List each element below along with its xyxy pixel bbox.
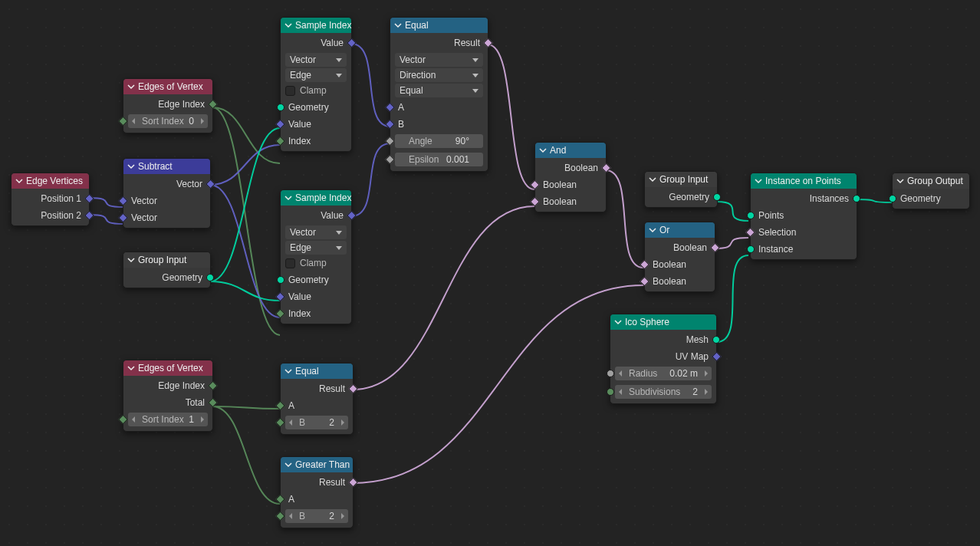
type-dropdown[interactable]: Vector xyxy=(285,53,347,67)
domain-dropdown[interactable]: Edge xyxy=(285,241,347,255)
field-angle[interactable]: Angle90° xyxy=(395,134,483,148)
node-group-output[interactable]: Group Output Geometry xyxy=(892,173,970,209)
node-header[interactable]: Sample Index xyxy=(281,18,351,33)
node-header[interactable]: Equal xyxy=(390,18,488,33)
chevron-down-icon xyxy=(896,176,905,186)
socket-uv-map[interactable]: UV Map xyxy=(610,348,716,365)
node-header[interactable]: Instance on Points xyxy=(751,173,857,189)
node-greater-than[interactable]: Greater Than Result A B2 xyxy=(280,456,354,528)
node-equal-vec[interactable]: Equal Result Vector Direction Equal A B … xyxy=(390,17,488,172)
node-edge-vertices[interactable]: Edge Vertices Position 1 Position 2 xyxy=(11,173,90,226)
socket-vector-in-1[interactable]: Vector xyxy=(123,192,210,209)
socket-boolean-2[interactable]: Boolean xyxy=(535,193,606,210)
socket-geometry[interactable]: Geometry xyxy=(893,190,969,207)
socket-boolean-1[interactable]: Boolean xyxy=(535,176,606,193)
socket-boolean-out[interactable]: Boolean xyxy=(535,160,606,176)
socket-boolean-2[interactable]: Boolean xyxy=(645,273,715,290)
node-header[interactable]: Edge Vertices xyxy=(12,173,89,189)
submode-dropdown[interactable]: Direction xyxy=(395,68,483,82)
socket-instances[interactable]: Instances xyxy=(751,190,857,207)
socket-vector-out[interactable]: Vector xyxy=(123,176,210,192)
node-edges-of-vertex-1[interactable]: Edges of Vertex Edge Index Total Sort In… xyxy=(123,360,213,432)
socket-value-out[interactable]: Value xyxy=(281,207,351,224)
node-edges-of-vertex-0[interactable]: Edges of Vertex Edge Index Sort Index0 xyxy=(123,78,213,133)
chevron-down-icon xyxy=(15,176,24,186)
socket-vector-in-2[interactable]: Vector xyxy=(123,209,210,226)
node-subtract[interactable]: Subtract Vector Vector Vector xyxy=(123,158,211,229)
socket-geometry[interactable]: Geometry xyxy=(645,189,717,206)
field-b[interactable]: B2 xyxy=(285,416,348,429)
socket-result[interactable]: Result xyxy=(281,474,353,491)
chevron-down-icon xyxy=(648,225,657,235)
socket-position-1[interactable]: Position 1 xyxy=(12,190,89,207)
chevron-down-icon xyxy=(284,367,293,376)
node-and[interactable]: And Boolean Boolean Boolean xyxy=(534,142,607,212)
node-header[interactable]: Sample Index xyxy=(281,190,351,206)
chevron-down-icon xyxy=(127,363,136,373)
node-header[interactable]: Or xyxy=(645,222,715,238)
socket-points[interactable]: Points xyxy=(751,207,857,224)
chevron-down-icon xyxy=(393,21,403,30)
node-header[interactable]: And xyxy=(535,143,606,158)
socket-index[interactable]: Index xyxy=(281,305,351,322)
node-header[interactable]: Group Input xyxy=(645,172,717,187)
socket-index[interactable]: Index xyxy=(281,133,351,150)
field-radius[interactable]: Radius0.02 m xyxy=(615,367,712,380)
socket-edge-index[interactable]: Edge Index xyxy=(123,377,212,394)
socket-value-in[interactable]: Value xyxy=(281,116,351,133)
chevron-down-icon xyxy=(284,460,293,469)
type-dropdown[interactable]: Vector xyxy=(285,225,347,239)
socket-mesh[interactable]: Mesh xyxy=(610,331,716,348)
socket-geometry[interactable]: Geometry xyxy=(123,269,210,286)
socket-a[interactable]: A xyxy=(281,397,353,414)
socket-geometry[interactable]: Geometry xyxy=(281,271,351,288)
chevron-down-icon xyxy=(127,162,136,171)
node-ico-sphere[interactable]: Ico Sphere Mesh UV Map Radius0.02 m Subd… xyxy=(610,314,717,404)
op-dropdown[interactable]: Equal xyxy=(395,84,483,97)
socket-b[interactable]: B xyxy=(390,116,488,133)
socket-a[interactable]: A xyxy=(390,99,488,116)
socket-total[interactable]: Total xyxy=(123,394,212,411)
node-equal-int[interactable]: Equal Result A B2 xyxy=(280,363,354,435)
node-header[interactable]: Group Output xyxy=(893,173,969,189)
socket-a[interactable]: A xyxy=(281,491,353,508)
sort-index-field[interactable]: Sort Index1 xyxy=(128,413,208,426)
node-header[interactable]: Edges of Vertex xyxy=(123,79,212,94)
node-header[interactable]: Edges of Vertex xyxy=(123,360,212,376)
node-instance-on-points[interactable]: Instance on Points Instances Points Sele… xyxy=(750,173,857,260)
clamp-checkbox[interactable]: Clamp xyxy=(285,256,347,270)
socket-result[interactable]: Result xyxy=(390,35,488,51)
node-group-input-b[interactable]: Group Input Geometry xyxy=(644,171,718,208)
node-or[interactable]: Or Boolean Boolean Boolean xyxy=(644,222,715,292)
socket-position-2[interactable]: Position 2 xyxy=(12,207,89,224)
sort-index-field[interactable]: Sort Index0 xyxy=(128,114,208,128)
socket-instance[interactable]: Instance xyxy=(751,241,857,258)
node-group-input-a[interactable]: Group Input Geometry xyxy=(123,252,211,288)
field-subdivisions[interactable]: Subdivisions2 xyxy=(615,385,712,399)
chevron-down-icon xyxy=(284,193,293,202)
socket-value-in[interactable]: Value xyxy=(281,288,351,305)
socket-edge-index[interactable]: Edge Index xyxy=(123,96,212,113)
domain-dropdown[interactable]: Edge xyxy=(285,68,347,82)
node-sample-index-a[interactable]: Sample Index Value Vector Edge Clamp Geo… xyxy=(280,17,352,152)
socket-boolean-out[interactable]: Boolean xyxy=(645,239,715,256)
node-sample-index-b[interactable]: Sample Index Value Vector Edge Clamp Geo… xyxy=(280,189,352,324)
node-header[interactable]: Greater Than xyxy=(281,457,353,472)
field-b[interactable]: B2 xyxy=(285,509,348,523)
node-header[interactable]: Subtract xyxy=(123,159,210,174)
node-header[interactable]: Group Input xyxy=(123,252,210,268)
chevron-down-icon xyxy=(538,146,548,155)
chevron-down-icon xyxy=(754,176,763,186)
socket-value-out[interactable]: Value xyxy=(281,35,351,51)
chevron-down-icon xyxy=(127,255,136,265)
socket-boolean-1[interactable]: Boolean xyxy=(645,256,715,273)
mode-dropdown[interactable]: Vector xyxy=(395,53,483,67)
socket-geometry[interactable]: Geometry xyxy=(281,99,351,116)
socket-result[interactable]: Result xyxy=(281,380,353,397)
node-header[interactable]: Ico Sphere xyxy=(610,314,716,330)
chevron-down-icon xyxy=(648,175,657,184)
field-epsilon[interactable]: Epsilon0.001 xyxy=(395,153,483,166)
clamp-checkbox[interactable]: Clamp xyxy=(285,84,347,97)
node-header[interactable]: Equal xyxy=(281,363,353,379)
socket-selection[interactable]: Selection xyxy=(751,224,857,241)
